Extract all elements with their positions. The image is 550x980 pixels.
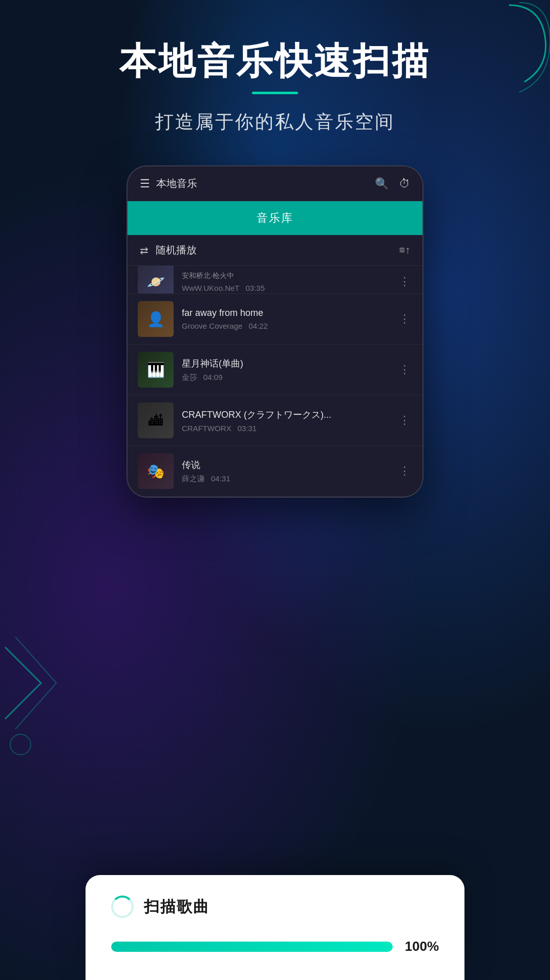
song-duration-1: 04:22 bbox=[248, 322, 268, 330]
scan-header: 扫描歌曲 bbox=[111, 896, 439, 918]
list-item: 🎹 星月神话(单曲) 金莎 04:09 ⋮ bbox=[128, 345, 422, 395]
phone-mockup: ☰ 本地音乐 🔍 ⏱ 音乐库 ⇄ 随机播放 ≡↑ 🪐 bbox=[126, 165, 424, 498]
list-item: 👤 far away from home Groove Coverage 04:… bbox=[128, 294, 422, 345]
song-info-4: 传说 薛之谦 04:31 bbox=[182, 459, 389, 484]
scan-title: 扫描歌曲 bbox=[144, 897, 209, 918]
progress-bar-background bbox=[111, 942, 393, 952]
song-more-0[interactable]: ⋮ bbox=[397, 273, 412, 290]
search-icon[interactable]: 🔍 bbox=[375, 177, 389, 190]
song-duration-4: 04:31 bbox=[211, 474, 230, 484]
progress-bar-fill bbox=[111, 942, 393, 952]
sort-icon[interactable]: ≡↑ bbox=[399, 244, 410, 256]
song-artist-1: Groove Coverage bbox=[182, 322, 242, 330]
album-art-4: 🎭 bbox=[138, 453, 174, 489]
album-art-0: 🪐 bbox=[138, 266, 174, 294]
hamburger-icon[interactable]: ☰ bbox=[140, 177, 150, 190]
song-title-3: CRAFTWORX (クラフトワークス)... bbox=[182, 409, 389, 421]
song-duration-2: 04:09 bbox=[203, 373, 223, 382]
song-item-partial: 🪐 安和桥北·枪火中 WwW.UKoo.NeT 03:35 ⋮ bbox=[128, 266, 422, 294]
shuffle-icon[interactable]: ⇄ bbox=[140, 244, 149, 257]
song-title-1: far away from home bbox=[182, 308, 389, 318]
music-library-label: 音乐库 bbox=[257, 211, 293, 224]
song-title-0: 安和桥北·枪火中 bbox=[182, 271, 389, 281]
svg-point-0 bbox=[10, 734, 31, 755]
album-art-2: 🎹 bbox=[138, 352, 174, 388]
song-duration-3: 03:31 bbox=[238, 424, 257, 433]
main-content: 本地音乐快速扫描 打造属于你的私人音乐空间 ☰ 本地音乐 🔍 ⏱ 音乐库 ⇄ 随… bbox=[0, 0, 550, 498]
header-icons: 🔍 ⏱ bbox=[375, 177, 410, 190]
app-header-title: 本地音乐 bbox=[156, 177, 197, 190]
album-art-1: 👤 bbox=[138, 301, 174, 337]
song-meta-2: 金莎 04:09 bbox=[182, 373, 389, 382]
scan-spinner bbox=[111, 896, 134, 918]
song-meta-4: 薛之谦 04:31 bbox=[182, 474, 389, 484]
header-left: ☰ 本地音乐 bbox=[140, 177, 197, 190]
song-more-4[interactable]: ⋮ bbox=[397, 462, 412, 480]
song-artist-3: CRAFTWORX bbox=[182, 424, 231, 433]
deco-bottom-left bbox=[0, 622, 92, 775]
shuffle-label: 随机播放 bbox=[156, 243, 197, 257]
music-library-tab[interactable]: 音乐库 bbox=[128, 201, 422, 235]
song-duration-0: 03:35 bbox=[246, 284, 265, 292]
sub-title: 打造属于你的私人音乐空间 bbox=[155, 110, 395, 135]
song-meta-3: CRAFTWORX 03:31 bbox=[182, 424, 389, 433]
album-art-3: 🏙 bbox=[138, 402, 174, 438]
song-list: 🪐 安和桥北·枪火中 WwW.UKoo.NeT 03:35 ⋮ 👤 far bbox=[128, 266, 422, 497]
song-more-3[interactable]: ⋮ bbox=[397, 412, 412, 429]
song-info-2: 星月神话(单曲) 金莎 04:09 bbox=[182, 357, 389, 382]
shuffle-left: ⇄ 随机播放 bbox=[140, 243, 197, 257]
song-more-1[interactable]: ⋮ bbox=[397, 310, 412, 328]
title-underline bbox=[252, 92, 298, 94]
main-title: 本地音乐快速扫描 bbox=[119, 41, 431, 81]
song-meta-1: Groove Coverage 04:22 bbox=[182, 322, 389, 330]
timer-icon[interactable]: ⏱ bbox=[399, 177, 410, 190]
song-title-4: 传说 bbox=[182, 459, 389, 471]
progress-container: 100% bbox=[111, 939, 439, 954]
song-info-3: CRAFTWORX (クラフトワークス)... CRAFTWORX 03:31 bbox=[182, 409, 389, 433]
app-header: ☰ 本地音乐 🔍 ⏱ bbox=[128, 166, 422, 201]
song-more-2[interactable]: ⋮ bbox=[397, 361, 412, 378]
song-artist-4: 薛之谦 bbox=[182, 474, 205, 484]
song-info-1: far away from home Groove Coverage 04:22 bbox=[182, 308, 389, 330]
song-meta-0: WwW.UKoo.NeT 03:35 bbox=[182, 284, 389, 292]
song-artist-0: WwW.UKoo.NeT bbox=[182, 284, 240, 292]
scan-dialog: 扫描歌曲 100% bbox=[86, 875, 464, 980]
list-item: 🏙 CRAFTWORX (クラフトワークス)... CRAFTWORX 03:3… bbox=[128, 395, 422, 446]
song-info-0: 安和桥北·枪火中 WwW.UKoo.NeT 03:35 bbox=[182, 271, 389, 292]
song-title-2: 星月神话(单曲) bbox=[182, 357, 389, 370]
progress-text: 100% bbox=[403, 939, 439, 954]
shuffle-row: ⇄ 随机播放 ≡↑ bbox=[128, 235, 422, 266]
list-item: 🎭 传说 薛之谦 04:31 ⋮ bbox=[128, 446, 422, 497]
song-artist-2: 金莎 bbox=[182, 373, 197, 382]
